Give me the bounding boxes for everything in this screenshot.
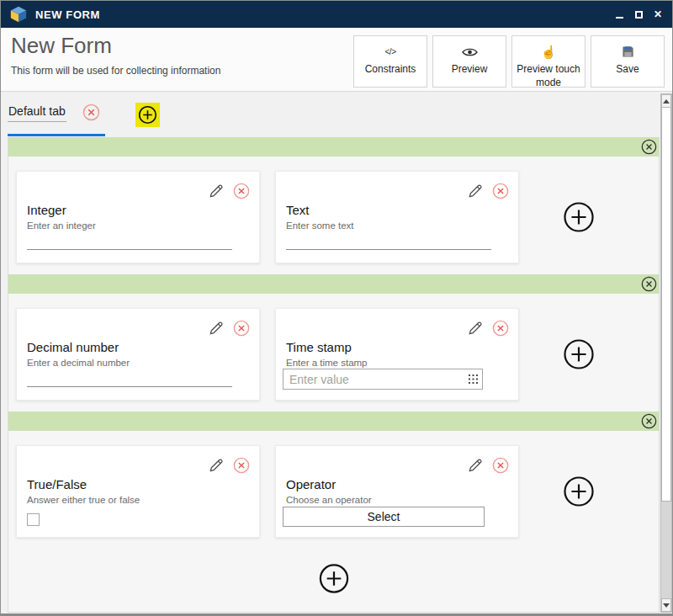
field-card-operator: Operator Choose an operator Select (275, 445, 519, 538)
preview-touch-mode-button-label: Preview touch mode (512, 62, 585, 89)
delete-tab-button[interactable] (82, 104, 100, 121)
page-subtitle: This form will be used for collecting in… (11, 65, 220, 77)
save-button-label: Save (616, 62, 639, 76)
window-controls: ✕ (613, 8, 672, 20)
delete-field-button[interactable] (492, 457, 509, 474)
maximize-icon (635, 11, 643, 19)
code-icon: </> (385, 47, 396, 56)
form-header: New Form This form will be used for coll… (1, 28, 672, 92)
pencil-icon (467, 457, 484, 474)
scrollbar-track[interactable] (661, 502, 671, 598)
row: True/False Answer either true or false O… (8, 431, 659, 549)
constraints-button-label: Constraints (365, 62, 416, 76)
bottom-area (8, 549, 659, 613)
edit-field-button[interactable] (467, 183, 484, 199)
arrow-up-icon (663, 99, 670, 104)
page-title: New Form (11, 33, 112, 59)
delete-field-button[interactable] (492, 183, 509, 199)
tab-default[interactable]: Default tab (8, 102, 100, 122)
preview-button-label: Preview (452, 62, 488, 76)
pencil-icon (467, 183, 484, 199)
field-card-text: Text Enter some text (275, 171, 519, 263)
row: Decimal number Enter a decimal number Ti… (8, 294, 659, 412)
field-title: Time stamp (286, 340, 352, 354)
titlebar: NEW FORM ✕ (1, 1, 672, 28)
touch-icon: ☝ (541, 45, 557, 60)
truefalse-checkbox[interactable] (27, 513, 40, 526)
edit-field-button[interactable] (208, 320, 225, 337)
preview-touch-mode-button[interactable]: ☝ Preview touch mode (511, 35, 586, 88)
circle-x-red-icon (233, 320, 250, 337)
pencil-icon (208, 457, 225, 474)
circle-plus-icon (318, 563, 349, 594)
field-title: Text (286, 203, 310, 217)
field-title: Operator (286, 477, 336, 491)
field-description: Enter a time stamp (286, 358, 368, 368)
delete-field-button[interactable] (233, 320, 250, 337)
edit-field-button[interactable] (467, 320, 484, 337)
circle-plus-icon (138, 105, 157, 125)
edit-field-button[interactable] (208, 457, 225, 474)
form-canvas: Integer Enter an integer Text Enter some… (8, 137, 660, 613)
field-description: Enter some text (286, 220, 354, 231)
add-tab-button[interactable] (135, 103, 160, 127)
maximize-button[interactable] (633, 8, 644, 20)
vertical-scrollbar (660, 93, 672, 613)
integer-input[interactable] (27, 249, 232, 250)
tab-name-field[interactable]: Default tab (8, 102, 66, 122)
save-icon (622, 45, 634, 59)
field-description: Answer either true or false (27, 495, 140, 505)
text-input[interactable] (286, 249, 491, 250)
scroll-up-button[interactable] (661, 94, 671, 108)
field-title: True/False (27, 477, 87, 491)
close-icon: ✕ (654, 9, 662, 19)
add-row-button[interactable] (318, 563, 349, 597)
pencil-icon (208, 183, 225, 199)
delete-field-button[interactable] (233, 183, 250, 199)
delete-row-button[interactable] (641, 276, 657, 292)
pencil-icon (467, 320, 484, 337)
pencil-icon (208, 320, 225, 337)
row-header (8, 137, 659, 157)
edit-field-button[interactable] (208, 183, 225, 199)
circle-x-red-icon (492, 320, 509, 337)
timestamp-input[interactable] (284, 373, 464, 386)
field-description: Enter a decimal number (27, 358, 130, 368)
close-button[interactable]: ✕ (652, 8, 664, 20)
toolbar: </> Constraints Preview ☝ Preview touch … (353, 35, 665, 88)
constraints-button[interactable]: </> Constraints (353, 35, 427, 88)
scroll-down-button[interactable] (661, 598, 671, 612)
row-header (8, 412, 659, 431)
edit-field-button[interactable] (467, 457, 484, 474)
field-card-timestamp: Time stamp Enter a time stamp (275, 308, 519, 401)
datepicker-grid-icon[interactable] (464, 374, 482, 384)
row: Integer Enter an integer Text Enter some… (8, 157, 659, 274)
delete-field-button[interactable] (492, 320, 509, 337)
save-button[interactable]: Save (591, 35, 665, 88)
delete-field-button[interactable] (233, 457, 250, 474)
add-field-button[interactable] (563, 338, 595, 374)
delete-row-button[interactable] (641, 139, 657, 155)
circle-x-red-icon (233, 457, 250, 474)
decimal-input[interactable] (27, 386, 232, 387)
add-field-button[interactable] (563, 201, 595, 236)
scrollbar-thumb[interactable] (661, 108, 671, 502)
arrow-down-icon (663, 603, 670, 608)
row-header (8, 274, 659, 294)
circle-plus-icon (563, 201, 595, 233)
field-description: Enter an integer (27, 220, 96, 231)
minimize-button[interactable] (613, 8, 625, 20)
add-field-button[interactable] (563, 475, 595, 511)
field-card-decimal: Decimal number Enter a decimal number (16, 308, 260, 401)
field-description: Choose an operator (286, 495, 372, 505)
delete-row-button[interactable] (641, 413, 657, 429)
window-title: NEW FORM (35, 8, 100, 21)
field-title: Integer (27, 203, 66, 217)
circle-x-icon (641, 139, 657, 155)
operator-select-button[interactable]: Select (283, 507, 485, 527)
circle-x-icon (641, 413, 657, 429)
app-logo-icon (9, 5, 28, 24)
app-window: NEW FORM ✕ New Form This form will be us… (0, 0, 673, 616)
preview-button[interactable]: Preview (432, 35, 506, 88)
circle-plus-icon (563, 475, 595, 507)
